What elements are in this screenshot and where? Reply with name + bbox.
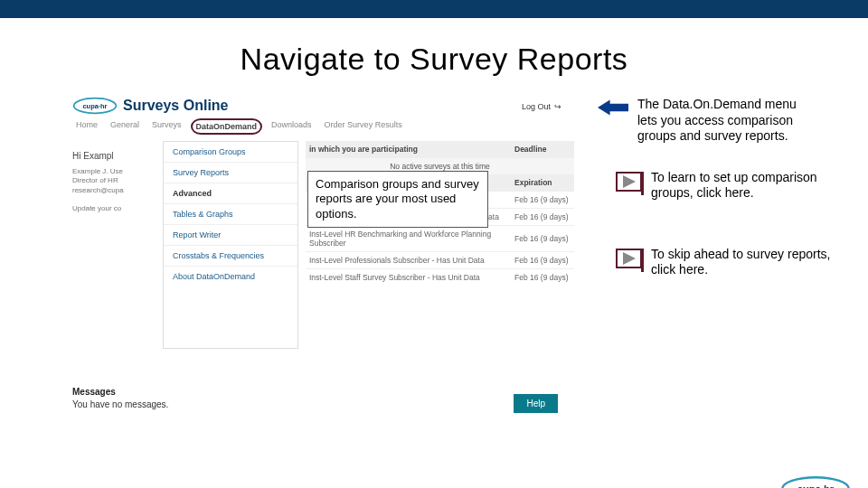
slide-title: Navigate to Survey Reports [0, 42, 868, 77]
annotation-2-text: To learn to set up comparison groups, cl… [651, 170, 832, 202]
table-row: Inst-Level HR Benchmarking and Workforce… [306, 226, 574, 252]
messages-panel: Messages You have no messages. [72, 387, 168, 409]
logout-label: Log Out [522, 102, 551, 111]
play-icon [616, 172, 642, 192]
annotation-1: The Data.On.Demand menu lets you access … [598, 97, 832, 145]
sub-exp: Feb 16 (9 days) [511, 269, 574, 286]
app-screenshot: cupa·hr Surveys Online Log Out ↪ Home Ge… [72, 97, 574, 422]
hdr-exp: Expiration [511, 174, 574, 192]
cupa-hr-logo-icon: cupa·hr [72, 97, 118, 115]
table-row: Inst-Level Professionals Subscriber - Ha… [306, 252, 574, 269]
top-nav: Home General Surveys DataOnDemand Downlo… [72, 118, 574, 137]
nav-order[interactable]: Order Survey Results [321, 118, 406, 135]
svg-marker-3 [623, 175, 636, 188]
user-email: research@cupa [72, 186, 163, 195]
dd-tables-graphs[interactable]: Tables & Graphs [164, 204, 297, 225]
sub-name: Inst-Level HR Benchmarking and Workforce… [306, 226, 511, 252]
svg-marker-2 [598, 100, 628, 116]
sub-exp: Feb 16 (9 days) [511, 192, 574, 209]
nav-downloads[interactable]: Downloads [268, 118, 316, 135]
svg-text:cupa·hr: cupa·hr [797, 483, 835, 488]
annotation-3[interactable]: To skip ahead to survey reports, click h… [616, 247, 832, 278]
table-row: Inst-Level Staff Survey Subscriber - Has… [306, 269, 574, 286]
user-update-link[interactable]: Update your co [72, 204, 163, 213]
slide-body: Navigate to Survey Reports cupa·hr Surve… [0, 42, 868, 488]
hdr-deadline: Deadline [511, 141, 574, 158]
sub-name: Inst-Level Staff Survey Subscriber - Has… [306, 269, 511, 286]
sub-exp: Feb 16 (9 days) [511, 209, 574, 226]
slide-top-bar [0, 0, 868, 18]
messages-header: Messages [72, 387, 168, 397]
nav-general[interactable]: General [107, 118, 143, 135]
annotation-2[interactable]: To learn to set up comparison groups, cl… [616, 170, 832, 202]
app-product-title: Surveys Online [123, 98, 229, 114]
logout-icon: ↪ [554, 102, 561, 111]
dd-advanced-header: Advanced [164, 183, 297, 204]
play-icon [616, 249, 642, 268]
cupa-hr-slide-logo-icon: cupa·hr [779, 474, 852, 488]
annotation-1-text: The Data.On.Demand menu lets you access … [637, 97, 818, 145]
logout-link[interactable]: Log Out ↪ [522, 102, 561, 111]
dd-about[interactable]: About DataOnDemand [164, 267, 297, 286]
dd-survey-reports[interactable]: Survey Reports [164, 163, 297, 183]
dd-report-writer[interactable]: Report Writer [164, 225, 297, 246]
nav-home[interactable]: Home [72, 118, 101, 135]
dataondemand-dropdown: Comparison Groups Survey Reports Advance… [163, 141, 298, 349]
content-row: cupa·hr Surveys Online Log Out ↪ Home Ge… [0, 97, 868, 422]
annotations-column: The Data.On.Demand menu lets you access … [574, 97, 832, 422]
sub-exp: Feb 16 (9 days) [511, 226, 574, 252]
dd-comparison-groups[interactable]: Comparison Groups [164, 142, 297, 163]
table-header-row: in which you are participating Deadline [306, 141, 574, 158]
callout-most-used: Comparison groups and survey reports are… [307, 171, 488, 228]
annotation-3-text: To skip ahead to survey reports, click h… [651, 247, 832, 278]
user-name: Example J. Use [72, 167, 163, 176]
sub-name: Inst-Level Professionals Subscriber - Ha… [306, 252, 511, 269]
user-greeting: Hi Exampl [72, 150, 163, 162]
svg-text:cupa·hr: cupa·hr [82, 102, 107, 110]
svg-marker-4 [623, 252, 636, 265]
help-button[interactable]: Help [514, 394, 558, 413]
nav-dataondemand[interactable]: DataOnDemand [191, 118, 263, 135]
hdr-surveys: in which you are participating [306, 141, 511, 158]
user-title: Director of HR [72, 176, 163, 185]
app-header: cupa·hr Surveys Online [72, 97, 574, 115]
messages-body: You have no messages. [72, 399, 168, 409]
arrow-left-icon [598, 99, 628, 117]
nav-surveys[interactable]: Surveys [148, 118, 185, 135]
user-panel: Hi Exampl Example J. Use Director of HR … [72, 141, 163, 349]
sub-exp: Feb 16 (9 days) [511, 252, 574, 269]
dd-crosstabs[interactable]: Crosstabs & Frequencies [164, 246, 297, 267]
